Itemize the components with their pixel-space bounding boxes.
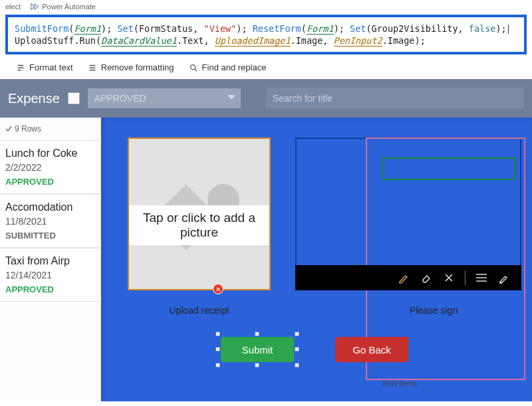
please-sign-label: Please sign [367, 305, 500, 316]
remove-format-icon [88, 63, 97, 72]
pen-draw-icon[interactable] [397, 271, 410, 284]
line-weight-icon[interactable] [475, 271, 488, 284]
find-items-label: Find items [383, 379, 417, 387]
go-back-button[interactable]: Go Back [335, 337, 408, 362]
remove-formatting-label: Remove formatting [101, 62, 174, 72]
pen-toolbar [295, 265, 521, 290]
format-text-label: Format text [29, 62, 73, 72]
format-text-button[interactable]: Format text [16, 62, 73, 72]
expense-list: 9 Rows Lunch for Coke 2/2/2022 APPROVED … [0, 118, 101, 401]
status-dropdown-value: APPROVED [94, 93, 146, 104]
list-item-status: APPROVED [5, 284, 95, 294]
clear-icon[interactable] [442, 271, 456, 284]
formula-line-2: UploadStuff.Run(DataCardValue1.Text, Upl… [15, 35, 517, 47]
text-cursor [508, 25, 509, 34]
list-item-date: 12/14/2021 [5, 270, 95, 280]
formula-bar[interactable]: SubmitForm(Form1); Set(FormStatus, "View… [5, 15, 527, 54]
search-placeholder: Search for title [273, 93, 332, 104]
list-item-title: Lunch for Coke [5, 148, 95, 159]
add-picture-prompt: Tap or click to add a picture [129, 205, 269, 245]
list-item[interactable]: Accomodation 11/8/2021 SUBMITTED [0, 194, 100, 248]
eraser-icon[interactable] [420, 271, 433, 284]
approved-checkbox[interactable] [68, 92, 80, 104]
status-dropdown[interactable]: APPROVED [88, 88, 241, 108]
formula-bar-tools: Format text Remove formatting Find and r… [0, 58, 532, 79]
find-replace-label: Find and replace [202, 62, 267, 72]
check-icon [5, 126, 12, 132]
formula-line-1: SubmitForm(Form1); Set(FormStatus, "View… [15, 23, 517, 35]
list-item[interactable]: Lunch for Coke 2/2/2022 APPROVED [0, 140, 100, 194]
delete-badge-icon[interactable]: ✕ [213, 284, 223, 294]
page-title: Expense [8, 91, 60, 106]
format-icon [16, 63, 25, 72]
list-item-status: SUBMITTED [5, 231, 95, 241]
list-item-title: Taxi from Airp [5, 255, 95, 267]
upload-receipt-label: Upload receipt [128, 305, 271, 316]
select-cmd[interactable]: elect [5, 3, 21, 11]
list-item[interactable]: Taxi from Airp 12/14/2021 APPROVED [0, 248, 100, 302]
search-input[interactable]: Search for title [266, 88, 524, 109]
power-automate-label: Power Automate [42, 3, 96, 11]
row-count: 9 Rows [0, 118, 100, 140]
remove-formatting-button[interactable]: Remove formatting [88, 62, 174, 72]
power-automate-cmd[interactable]: Power Automate [30, 2, 96, 11]
svg-point-0 [190, 65, 195, 70]
ribbon-fragment: elect Power Automate [0, 0, 532, 13]
search-icon [189, 63, 198, 72]
list-item-date: 2/2/2022 [5, 162, 95, 173]
list-item-title: Accomodation [5, 201, 95, 213]
flow-icon [30, 2, 39, 11]
pen-settings-icon[interactable] [497, 271, 511, 284]
app-canvas: Expense APPROVED Search for title 9 Rows… [0, 79, 532, 401]
app-header: Expense APPROVED Search for title [0, 79, 532, 118]
find-replace-button[interactable]: Find and replace [189, 62, 267, 72]
submit-button[interactable]: Submit [221, 337, 294, 362]
list-item-date: 11/8/2021 [5, 216, 95, 227]
add-picture-control[interactable]: Tap or click to add a picture ✕ [128, 138, 271, 290]
signature-target-rect[interactable] [382, 157, 515, 180]
form-canvas[interactable]: Tap or click to add a picture ✕ Upload r… [101, 118, 532, 401]
list-item-status: APPROVED [5, 177, 95, 187]
toolbar-divider [465, 270, 466, 285]
